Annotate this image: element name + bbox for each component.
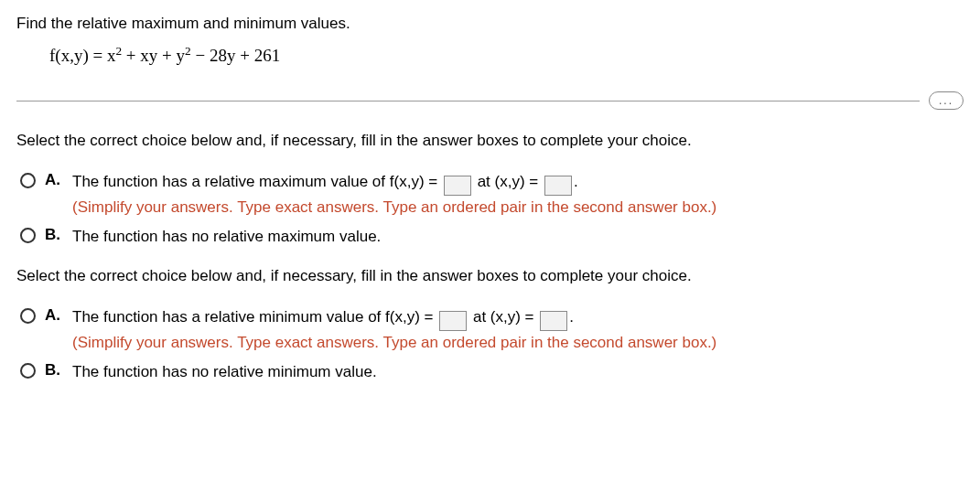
instruction-max: Select the correct choice below and, if … [16, 132, 964, 150]
text-max-a-mid: at (x,y) = [473, 173, 543, 190]
choice-label-min-a: A. [45, 305, 63, 325]
input-min-point[interactable] [540, 311, 567, 331]
note-max-a: (Simplify your answers. Type exact answe… [72, 198, 716, 216]
more-options-button[interactable]: ... [929, 91, 964, 110]
text-max-a-after: . [574, 173, 578, 190]
input-max-value[interactable] [444, 176, 471, 196]
divider-line [16, 101, 920, 101]
choice-label-max-b: B. [45, 225, 63, 244]
choice-body-max-a: The function has a relative maximum valu… [72, 170, 964, 219]
choice-body-min-a: The function has a relative minimum valu… [72, 305, 964, 355]
choice-label-min-b: B. [45, 360, 63, 379]
radio-max-a[interactable] [20, 173, 36, 188]
choice-max-b-row: B. The function has no relative maximum … [20, 225, 964, 249]
instruction-min: Select the correct choice below and, if … [16, 267, 964, 285]
radio-min-b[interactable] [20, 363, 36, 379]
text-max-a-before: The function has a relative maximum valu… [72, 173, 442, 190]
question-prompt: Find the relative maximum and minimum va… [16, 15, 964, 33]
text-min-a-mid: at (x,y) = [468, 308, 538, 326]
choice-min-a-row: A. The function has a relative minimum v… [20, 305, 964, 355]
choice-body-min-b: The function has no relative minimum val… [72, 360, 964, 384]
choice-body-max-b: The function has no relative maximum val… [72, 225, 964, 249]
choice-min-b-row: B. The function has no relative minimum … [20, 360, 964, 384]
note-min-a: (Simplify your answers. Type exact answe… [72, 334, 716, 351]
input-min-value[interactable] [439, 311, 467, 331]
function-formula: f(x,y) = x2 + xy + y2 − 28y + 261 [49, 46, 964, 66]
choice-max-a-row: A. The function has a relative maximum v… [20, 170, 964, 219]
section-divider: ... [16, 91, 964, 110]
choice-label-max-a: A. [45, 170, 63, 189]
text-min-a-after: . [569, 308, 574, 326]
input-max-point[interactable] [544, 176, 572, 196]
radio-min-a[interactable] [20, 308, 36, 324]
radio-max-b[interactable] [20, 228, 36, 243]
text-min-a-before: The function has a relative minimum valu… [72, 308, 437, 326]
